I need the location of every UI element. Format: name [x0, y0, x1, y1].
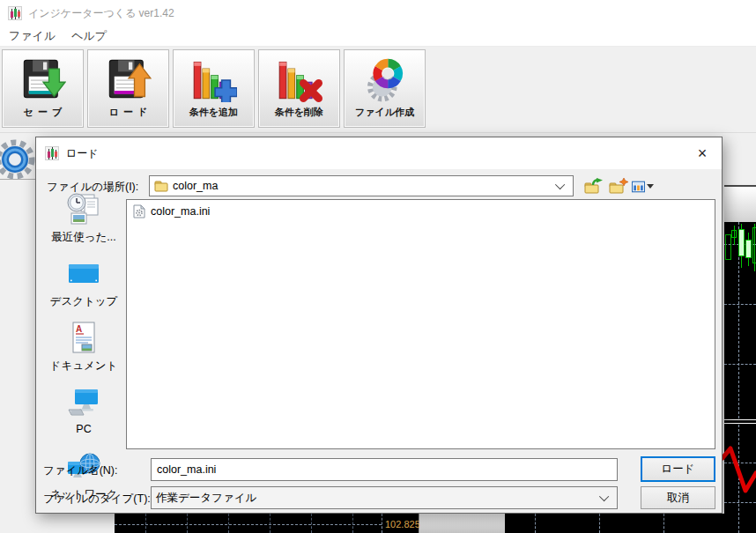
grid-line	[382, 514, 382, 533]
place-label: PC	[76, 423, 91, 435]
indicator-line	[723, 440, 756, 511]
titlebar: インジケーターつくる ver1.42	[0, 0, 756, 26]
svg-text:A: A	[76, 324, 82, 334]
grid-tick	[352, 514, 353, 533]
cancel-button[interactable]: 取消	[641, 486, 715, 509]
menubar: ファイル ヘルプ	[0, 26, 756, 46]
candlestick-chart	[724, 222, 756, 284]
grid-line	[724, 364, 756, 365]
chart-delete-icon	[277, 56, 322, 102]
grid-line	[724, 304, 756, 305]
chart-panel-header	[724, 185, 756, 222]
up-folder-button[interactable]	[582, 176, 604, 196]
floppy-load-icon	[106, 56, 152, 102]
grid-line	[115, 524, 382, 525]
create-file-button[interactable]: ファイル作成	[344, 49, 426, 128]
grid-tick	[311, 514, 312, 533]
grid-tick	[270, 514, 271, 533]
file-item[interactable]: color_ma.ini	[133, 204, 708, 218]
dialog-titlebar[interactable]: ロード	[36, 137, 722, 169]
pc-icon	[65, 385, 102, 420]
color-wheel-icon	[362, 56, 408, 102]
chevron-down-icon	[555, 180, 565, 189]
recent-places-icon	[65, 192, 102, 227]
divider	[0, 46, 756, 47]
grid-line	[599, 514, 600, 533]
load-confirm-button[interactable]: ロード	[641, 456, 715, 482]
filename-label: ファイル名(N):	[43, 463, 118, 478]
grid-line	[663, 514, 664, 533]
location-value: color_ma	[173, 180, 553, 192]
filetype-label: ファイルのタイプ(T):	[43, 492, 151, 507]
place-pc[interactable]: PC	[43, 385, 124, 449]
grid-line	[535, 514, 536, 533]
toolbar: セーブ ロード	[2, 49, 426, 128]
new-folder-button[interactable]	[607, 176, 629, 196]
location-toolbar	[582, 176, 654, 196]
place-label: 最近使った...	[51, 230, 116, 245]
up-folder-icon	[584, 178, 603, 195]
chart-separator	[724, 419, 756, 424]
divider	[0, 179, 40, 180]
new-folder-icon	[609, 178, 628, 195]
filetype-value: 作業データファイル	[156, 491, 597, 506]
divider	[0, 132, 756, 133]
toolbar-button-label: ファイル作成	[355, 106, 414, 119]
dialog-icon	[45, 146, 59, 160]
gear-icon[interactable]	[0, 137, 37, 181]
grid-tick	[228, 514, 229, 533]
place-desktop[interactable]: デスクトップ	[43, 256, 124, 321]
delete-condition-button[interactable]: 条件を削除	[258, 49, 340, 128]
place-documents[interactable]: A ドキュメント	[43, 321, 124, 385]
place-label: ドキュメント	[50, 359, 118, 374]
place-label: デスクトップ	[50, 294, 118, 309]
save-button[interactable]: セーブ	[2, 49, 84, 128]
floppy-save-icon	[20, 56, 66, 102]
file-list[interactable]: color_ma.ini	[126, 199, 715, 449]
toolbar-button-label: 条件を削除	[275, 106, 323, 119]
filetype-combobox[interactable]: 作業データファイル	[151, 486, 618, 509]
chart-add-icon	[191, 56, 237, 102]
chevron-down-icon	[599, 492, 609, 501]
desktop-icon	[65, 256, 102, 292]
view-menu-button[interactable]	[632, 176, 654, 196]
menu-help[interactable]: ヘルプ	[71, 28, 107, 44]
screen: 102.825 インジケーターつくる ver1.42 ファイル ヘルプ	[0, 0, 756, 533]
price-label: 102.825	[385, 519, 420, 529]
file-name: color_ma.ini	[151, 205, 210, 218]
location-combobox[interactable]: color_ma	[149, 175, 574, 196]
dialog-title: ロード	[66, 146, 99, 161]
view-menu-icon	[632, 180, 645, 194]
filename-input[interactable]	[151, 458, 618, 481]
load-button[interactable]: ロード	[87, 49, 169, 128]
toolbar-button-label: セーブ	[19, 106, 67, 119]
dropdown-caret-icon	[647, 184, 654, 189]
ini-file-icon	[133, 204, 145, 218]
load-dialog: ロード × ファイルの場所(I): color_ma	[35, 137, 723, 514]
documents-icon: A	[65, 321, 102, 356]
window-title: インジケーターつくる ver1.42	[28, 6, 174, 21]
window-fragment	[419, 514, 505, 533]
menu-file[interactable]: ファイル	[9, 28, 56, 44]
toolbar-button-label: 条件を追加	[189, 106, 238, 119]
grid-tick	[145, 514, 146, 533]
app-icon	[8, 6, 22, 20]
place-recent[interactable]: 最近使った...	[43, 192, 124, 256]
grid-tick	[187, 514, 188, 533]
folder-icon	[154, 181, 168, 192]
toolbar-button-label: ロード	[105, 106, 152, 119]
add-condition-button[interactable]: 条件を追加	[173, 49, 255, 128]
close-icon[interactable]: ×	[690, 142, 715, 165]
